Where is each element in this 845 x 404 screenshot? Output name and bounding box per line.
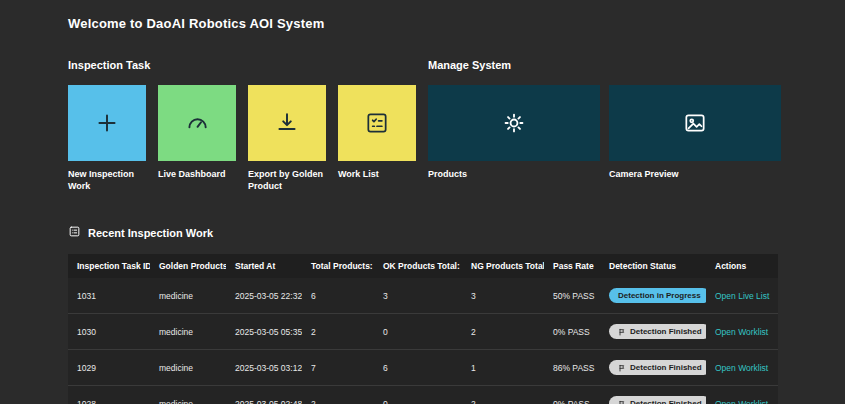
status-badge-label: Detection Finished bbox=[630, 399, 702, 404]
cell-ng-total: 3 bbox=[462, 278, 544, 314]
col-header-pass-rate: Pass Rate bbox=[544, 254, 600, 278]
section-inspection-task: Inspection Task New Inspection Work bbox=[68, 59, 416, 192]
status-badge-label: Detection Finished bbox=[630, 327, 702, 336]
recent-inspection-table: Inspection Task ID Golden Products Start… bbox=[68, 254, 778, 404]
cell-ok-total: 6 bbox=[374, 350, 462, 386]
card-col-products: Products bbox=[428, 85, 600, 180]
cell-started-at: 2025-03-05 05:35:23 bbox=[226, 314, 302, 350]
card-label: Work List bbox=[338, 168, 416, 180]
cell-ok-total: 3 bbox=[374, 278, 462, 314]
cell-ok-total: 0 bbox=[374, 386, 462, 404]
recent-inspection-title: Recent Inspection Work bbox=[88, 227, 213, 239]
col-header-detection-status: Detection Status bbox=[600, 254, 706, 278]
col-header-golden-products: Golden Products bbox=[150, 254, 226, 278]
col-header-ok-total: OK Products Total: bbox=[374, 254, 462, 278]
status-badge-label: Detection in Progress bbox=[618, 291, 701, 300]
cell-task-id: 1028 bbox=[68, 386, 150, 404]
cell-task-id: 1031 bbox=[68, 278, 150, 314]
plus-icon bbox=[94, 110, 120, 136]
cell-pass-rate: 0% PASS bbox=[544, 314, 600, 350]
col-header-total-products: Total Products: bbox=[302, 254, 374, 278]
inspection-task-title: Inspection Task bbox=[68, 59, 416, 71]
col-header-ng-total: NG Products Total: bbox=[462, 254, 544, 278]
cell-task-id: 1030 bbox=[68, 314, 150, 350]
open-live-list-link[interactable]: Open Live List bbox=[715, 291, 769, 301]
card-col-new-inspection-work: New Inspection Work bbox=[68, 85, 146, 192]
image-icon bbox=[682, 110, 708, 136]
cell-task-id: 1029 bbox=[68, 350, 150, 386]
status-badge: Detection Finished bbox=[609, 396, 706, 404]
page-title: Welcome to DaoAI Robotics AOI System bbox=[68, 16, 845, 31]
col-header-task-id: Inspection Task ID bbox=[68, 254, 150, 278]
section-manage-system: Manage System Products bbox=[428, 59, 781, 192]
cell-started-at: 2025-03-05 02:48:04 bbox=[226, 386, 302, 404]
cell-ng-total: 1 bbox=[462, 350, 544, 386]
cell-ok-total: 0 bbox=[374, 314, 462, 350]
products-card[interactable] bbox=[428, 85, 600, 161]
live-dashboard-card[interactable] bbox=[158, 85, 236, 161]
cell-started-at: 2025-03-05 03:12:08 bbox=[226, 350, 302, 386]
cell-pass-rate: 0% PASS bbox=[544, 386, 600, 404]
table-row: 1030 medicine 2025-03-05 05:35:23 2 0 2 … bbox=[68, 314, 778, 350]
main-content: Welcome to DaoAI Robotics AOI System Ins… bbox=[0, 0, 845, 404]
col-header-actions: Actions bbox=[706, 254, 778, 278]
table-header-row: Inspection Task ID Golden Products Start… bbox=[68, 254, 778, 278]
download-icon bbox=[274, 110, 300, 136]
col-header-started-at: Started At bbox=[226, 254, 302, 278]
card-label: Camera Preview bbox=[609, 168, 781, 180]
cell-golden-product: medicine bbox=[150, 314, 226, 350]
status-badge: Detection in Progress bbox=[609, 288, 706, 303]
cell-total: 2 bbox=[302, 386, 374, 404]
cell-golden-product: medicine bbox=[150, 386, 226, 404]
work-list-card[interactable] bbox=[338, 85, 416, 161]
cell-ng-total: 2 bbox=[462, 314, 544, 350]
card-col-work-list: Work List bbox=[338, 85, 416, 192]
card-col-live-dashboard: Live Dashboard bbox=[158, 85, 236, 192]
table-row: 1028 medicine 2025-03-05 02:48:04 2 0 2 … bbox=[68, 386, 778, 404]
cell-total: 7 bbox=[302, 350, 374, 386]
flag-icon bbox=[618, 400, 626, 404]
cell-started-at: 2025-03-05 22:32:02 bbox=[226, 278, 302, 314]
status-badge: Detection Finished bbox=[609, 360, 706, 375]
card-label: Export by Golden Product bbox=[248, 168, 326, 192]
card-col-export-golden: Export by Golden Product bbox=[248, 85, 326, 192]
export-by-golden-product-card[interactable] bbox=[248, 85, 326, 161]
card-label: Products bbox=[428, 168, 600, 180]
open-worklist-link[interactable]: Open Worklist bbox=[715, 399, 768, 404]
open-worklist-link[interactable]: Open Worklist bbox=[715, 363, 768, 373]
cell-pass-rate: 50% PASS bbox=[544, 278, 600, 314]
cell-total: 2 bbox=[302, 314, 374, 350]
open-worklist-link[interactable]: Open Worklist bbox=[715, 327, 768, 337]
card-label: New Inspection Work bbox=[68, 168, 146, 192]
cell-golden-product: medicine bbox=[150, 278, 226, 314]
recent-inspection-header: Recent Inspection Work bbox=[68, 224, 845, 242]
card-col-camera-preview: Camera Preview bbox=[609, 85, 781, 180]
cell-total: 6 bbox=[302, 278, 374, 314]
list-icon bbox=[68, 224, 81, 242]
status-badge: Detection Finished bbox=[609, 324, 706, 339]
table-row: 1031 medicine 2025-03-05 22:32:02 6 3 3 … bbox=[68, 278, 778, 314]
status-badge-label: Detection Finished bbox=[630, 363, 702, 372]
flag-icon bbox=[618, 364, 626, 372]
cell-ng-total: 2 bbox=[462, 386, 544, 404]
table-row: 1029 medicine 2025-03-05 03:12:08 7 6 1 … bbox=[68, 350, 778, 386]
cell-pass-rate: 86% PASS bbox=[544, 350, 600, 386]
new-inspection-work-card[interactable] bbox=[68, 85, 146, 161]
camera-preview-card[interactable] bbox=[609, 85, 781, 161]
checklist-icon bbox=[364, 110, 390, 136]
gear-icon bbox=[501, 110, 527, 136]
card-label: Live Dashboard bbox=[158, 168, 236, 180]
manage-system-title: Manage System bbox=[428, 59, 781, 71]
cell-golden-product: medicine bbox=[150, 350, 226, 386]
flag-icon bbox=[618, 328, 626, 336]
gauge-icon bbox=[184, 110, 210, 136]
